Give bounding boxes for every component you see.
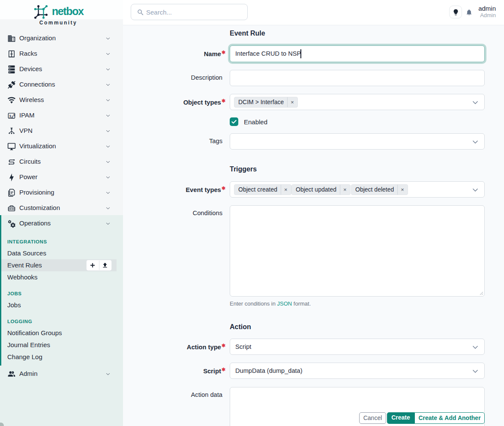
svg-text:3: 3 [13, 114, 15, 117]
svg-text:1: 1 [9, 114, 11, 118]
